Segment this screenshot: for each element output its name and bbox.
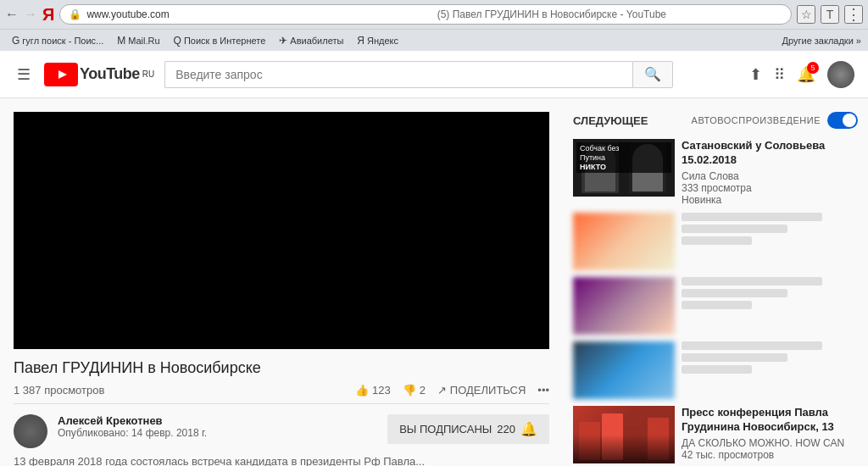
channel-name[interactable]: Алексей Крекотнев	[58, 414, 377, 427]
browser-toolbar: ← → Я 🔒 www.youtube.com (5) Павел ГРУДИН…	[0, 0, 868, 29]
sidebar-views: 333 просмотра	[682, 182, 858, 194]
sidebar-thumb-featured: Собчак без Путина НИКТО	[573, 139, 675, 197]
like-button[interactable]: 👍 123	[355, 384, 391, 397]
bookmark-yandex[interactable]: Я Яндекс	[352, 33, 403, 48]
search-bar: 🔍	[164, 61, 673, 88]
sidebar-blurred-info3	[682, 341, 858, 399]
apps-icon[interactable]: ⠿	[774, 65, 785, 84]
share-label: ПОДЕЛИТЬСЯ	[450, 384, 526, 397]
search-input[interactable]	[164, 61, 632, 88]
video-views: 1 387 просмотров	[14, 384, 355, 397]
search-button[interactable]: 🔍	[632, 61, 673, 88]
channel-avatar[interactable]	[14, 414, 47, 448]
autoplay-section: АВТОВОСПРОИЗВЕДЕНИЕ	[692, 112, 858, 129]
video-section: Павел ГРУДИНИН в Новосибирске 1 387 прос…	[0, 98, 563, 466]
channel-details: Алексей Крекотнев Опубликовано: 14 февр.…	[58, 414, 377, 439]
translate-button[interactable]: T	[821, 5, 839, 24]
subscribe-button[interactable]: ВЫ ПОДПИСАНЫ 220 🔔	[387, 414, 549, 444]
sidebar-video-item[interactable]	[573, 277, 858, 335]
share-icon: ↗	[437, 384, 447, 397]
browser-menu-button[interactable]: ⋮	[844, 5, 863, 24]
sidebar-video-info: Сатановский у Соловьева 15.02.2018 Сила …	[682, 139, 858, 206]
sidebar-video-item[interactable]	[573, 341, 858, 399]
blur-subtitle-3	[682, 353, 787, 362]
bookmark-mailru[interactable]: M Mail.Ru	[112, 33, 164, 48]
more-actions-button[interactable]: •••	[537, 384, 549, 397]
google-icon: G	[12, 35, 19, 47]
forward-button[interactable]: →	[24, 7, 37, 22]
blur-title-2	[682, 277, 822, 286]
sidebar-last-subtitle: ДА СКОЛЬКО МОЖНО. HOW CAN	[682, 437, 858, 449]
video-meta: 1 387 просмотров 👍 123 👎 2 ↗ ПОДЕЛИТЬСЯ …	[14, 384, 549, 404]
back-button[interactable]: ←	[5, 7, 19, 22]
browser-chrome: ← → Я 🔒 www.youtube.com (5) Павел ГРУДИН…	[0, 0, 868, 51]
sidebar: Следующее АВТОВОСПРОИЗВЕДЕНИЕ	[563, 98, 868, 466]
sidebar-video-item[interactable]: Собчак без Путина НИКТО Сатановский у Со…	[573, 139, 858, 206]
upload-icon[interactable]: ⬆	[749, 65, 762, 84]
yandex-icon: Я	[357, 35, 364, 47]
video-title: Павел ГРУДИНИН в Новосибирске	[14, 359, 549, 377]
blur-title-3	[682, 341, 822, 350]
dislike-count: 2	[420, 384, 426, 397]
sidebar-new-badge: Новинка	[682, 194, 858, 206]
browser-action-icons: ☆ T ⋮	[797, 5, 863, 24]
youtube-logo-text: YouTube	[80, 65, 140, 83]
autoplay-toggle[interactable]	[827, 112, 858, 129]
thumbs-up-icon: 👍	[355, 384, 369, 397]
overlay-line3: НИКТО	[580, 163, 668, 172]
sidebar-video-item[interactable]	[573, 213, 858, 270]
like-count: 123	[372, 384, 391, 397]
notification-badge: 5	[807, 62, 819, 74]
sidebar-next-label: Следующее	[573, 114, 648, 127]
yandex-browser-logo: Я	[42, 5, 54, 25]
address-bar[interactable]: 🔒 www.youtube.com (5) Павел ГРУДИНИН в Н…	[59, 4, 792, 25]
sidebar-thumb-blur2	[573, 277, 675, 335]
sidebar-last-info: Пресс конференция Павла Грудинина Новоси…	[682, 406, 858, 463]
blur-title-1	[682, 213, 822, 221]
bookmark-flights[interactable]: ✈ Авиабилеты	[274, 33, 348, 48]
hamburger-menu-button[interactable]: ☰	[14, 62, 34, 87]
sidebar-blurred-info2	[682, 277, 858, 335]
bookmark-google[interactable]: G гугл поиск - Поис...	[7, 33, 108, 48]
subscriber-count: 220	[497, 423, 515, 435]
sidebar-blurred-info1	[682, 213, 858, 270]
user-avatar[interactable]	[827, 61, 854, 88]
sidebar-channel-name: Сила Слова	[682, 170, 858, 182]
mailru-icon: M	[117, 35, 125, 47]
autoplay-label: АВТОВОСПРОИЗВЕДЕНИЕ	[692, 115, 821, 125]
flights-icon: ✈	[279, 35, 287, 47]
sidebar-video-title: Сатановский у Соловьева 15.02.2018	[682, 139, 858, 168]
bookmarks-bar: G гугл поиск - Поис... M Mail.Ru Q Поиск…	[0, 29, 868, 51]
sidebar-video-last[interactable]: Пресс конференция Павла Грудинина Новоси…	[573, 406, 858, 463]
main-content: Павел ГРУДИНИН в Новосибирске 1 387 прос…	[0, 98, 868, 466]
sidebar-thumb-blur1	[573, 213, 675, 270]
bookmark-yandex-label: Яндекс	[367, 36, 398, 46]
youtube-logo[interactable]: YouTubeRU	[44, 63, 154, 86]
youtube-logo-ru: RU	[142, 69, 154, 79]
blur-views-3	[682, 365, 752, 374]
video-player[interactable]	[14, 112, 549, 349]
subscribe-label: ВЫ ПОДПИСАНЫ	[399, 423, 492, 435]
video-description: 13 февраля 2018 года состоялась встреча …	[14, 455, 549, 466]
bookmark-search-label: Поиск в Интернете	[184, 36, 265, 46]
video-actions: 👍 123 👎 2 ↗ ПОДЕЛИТЬСЯ •••	[355, 384, 549, 397]
sidebar-last-title: Пресс конференция Павла Грудинина Новоси…	[682, 406, 858, 435]
channel-info: Алексей Крекотнев Опубликовано: 14 февр.…	[14, 414, 549, 448]
url-display: www.youtube.com	[86, 8, 431, 20]
header-right-icons: ⬆ ⠿ 🔔 5	[749, 61, 854, 88]
sidebar-last-views: 42 тыс. просмотров	[682, 449, 858, 461]
bookmark-star-button[interactable]: ☆	[797, 5, 815, 24]
blur-views-1	[682, 236, 752, 245]
sidebar-thumb-last	[573, 406, 675, 463]
search-icon: Q	[174, 35, 181, 47]
thumbs-down-icon: 👎	[403, 384, 416, 397]
publish-date: Опубликовано: 14 февр. 2018 г.	[58, 427, 377, 439]
share-button[interactable]: ↗ ПОДЕЛИТЬСЯ	[437, 384, 526, 397]
notifications-icon[interactable]: 🔔 5	[797, 65, 815, 84]
sidebar-thumb-blur3	[573, 341, 675, 399]
other-bookmarks-button[interactable]: Другие закладки »	[782, 36, 861, 46]
dislike-button[interactable]: 👎 2	[403, 384, 426, 397]
overlay-line2: Путина	[580, 153, 668, 163]
blur-subtitle-2	[682, 289, 787, 297]
bookmark-search[interactable]: Q Поиск в Интернете	[169, 33, 271, 48]
